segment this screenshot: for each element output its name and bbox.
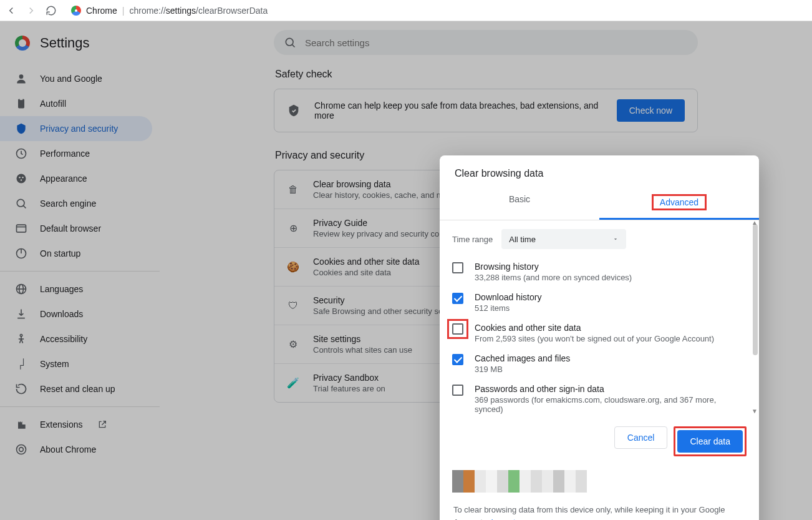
clear-data-button[interactable]: Clear data (677, 430, 743, 453)
dialog-title: Clear browsing data (440, 155, 759, 187)
checkbox[interactable] (452, 354, 463, 365)
checkbox[interactable] (452, 323, 463, 335)
checkbox[interactable] (452, 262, 463, 273)
time-range-select[interactable]: All time (501, 229, 626, 249)
omnibox-chrome-label: Chrome (86, 6, 117, 16)
clear-data-option[interactable]: Browsing history33,288 items (and more o… (452, 257, 744, 287)
checkbox[interactable] (452, 385, 463, 396)
time-range-label: Time range (452, 235, 493, 244)
dialog-scrollbar[interactable] (753, 224, 758, 355)
back-icon[interactable] (5, 4, 17, 17)
blurred-avatar (452, 470, 589, 493)
browser-toolbar: Chrome | chrome://settings/clearBrowserD… (0, 0, 812, 21)
clear-data-option[interactable]: Cookies and other site dataFrom 2,593 si… (452, 318, 744, 348)
reload-icon[interactable] (45, 4, 57, 17)
clear-browsing-data-dialog: Clear browsing data Basic Advanced Time … (440, 155, 759, 520)
forward-icon[interactable] (25, 4, 37, 17)
scroll-up-icon[interactable]: ▲ (752, 219, 758, 226)
clear-data-option[interactable]: Cached images and files319 MB (452, 348, 744, 379)
clear-data-option[interactable]: Passwords and other sign-in data369 pass… (452, 379, 744, 415)
tab-basic[interactable]: Basic (440, 187, 599, 220)
tab-advanced[interactable]: Advanced (599, 187, 759, 220)
scroll-down-icon[interactable]: ▼ (752, 408, 758, 415)
chevron-down-icon (612, 236, 619, 242)
clear-data-option[interactable]: Download history512 items (452, 287, 744, 318)
checkbox[interactable] (452, 293, 463, 304)
cancel-button[interactable]: Cancel (614, 426, 668, 449)
sign-out-link[interactable]: sign out (487, 518, 516, 521)
omnibox[interactable]: Chrome | chrome://settings/clearBrowserD… (71, 6, 268, 16)
signout-note: To clear browsing data from this device … (440, 504, 759, 520)
chrome-icon (71, 6, 81, 16)
